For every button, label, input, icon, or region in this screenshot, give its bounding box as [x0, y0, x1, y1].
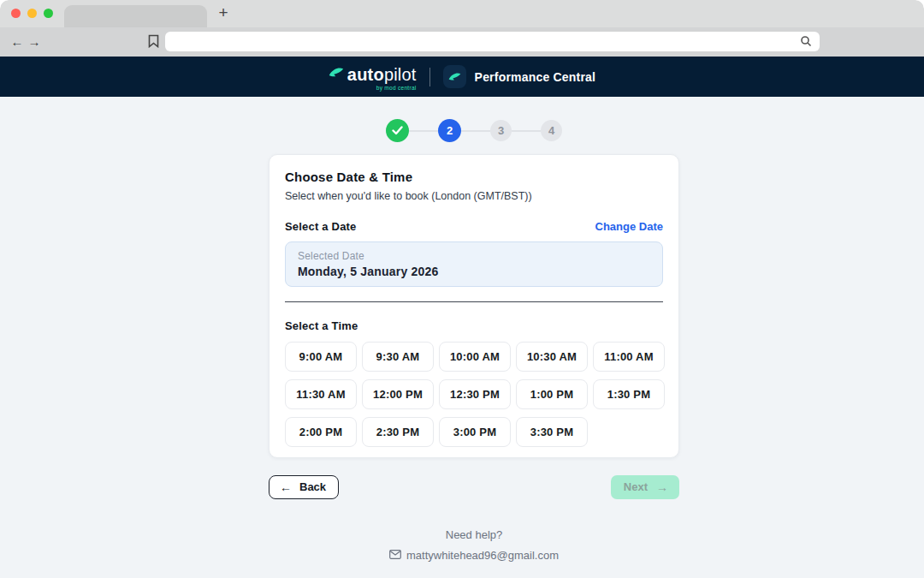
next-button[interactable]: Next → [611, 475, 679, 499]
time-section-header: Select a Time [285, 319, 663, 332]
time-slot-button[interactable]: 10:00 AM [439, 342, 511, 372]
time-slot-button[interactable]: 10:30 AM [516, 342, 588, 372]
forward-nav-button[interactable]: → [26, 33, 43, 51]
step-2-circle: 2 [438, 119, 461, 142]
need-help-text: Need help? [269, 528, 679, 541]
time-slot-button[interactable]: 9:00 AM [285, 342, 357, 372]
select-date-label: Select a Date [285, 220, 357, 233]
change-date-link[interactable]: Change Date [595, 220, 663, 233]
date-section-header: Select a Date Change Date [285, 220, 663, 233]
autopilot-swoosh-icon [329, 67, 344, 82]
time-slot-button[interactable]: 12:00 PM [362, 379, 434, 409]
address-bar[interactable] [165, 32, 820, 51]
help-footer: Need help? mattywhitehead96@gmail.com [269, 528, 679, 562]
brand-area: autopilot by mod central Performance Cen… [329, 65, 595, 88]
section-divider [285, 301, 663, 302]
app-name: Performance Central [475, 70, 596, 84]
brand-name-light: pilot [384, 65, 417, 84]
step-3-circle: 3 [490, 120, 512, 141]
next-button-label: Next [624, 480, 648, 493]
time-slot-button[interactable]: 2:30 PM [362, 417, 434, 447]
help-email[interactable]: mattywhitehead96@gmail.com [406, 549, 559, 562]
select-time-label: Select a Time [285, 319, 358, 332]
window-controls [11, 9, 53, 18]
header-divider [429, 68, 430, 86]
time-slot-button[interactable]: 3:30 PM [516, 417, 588, 447]
step-1-circle [386, 119, 409, 142]
help-email-row: mattywhitehead96@gmail.com [269, 549, 679, 562]
time-slot-button[interactable]: 11:00 AM [593, 342, 665, 372]
minimize-window-button[interactable] [27, 9, 37, 18]
step-connector [512, 130, 541, 132]
back-button[interactable]: ← Back [269, 475, 339, 499]
browser-window: + ← → autopilot by mod central [0, 0, 924, 578]
card-title: Choose Date & Time [285, 170, 663, 184]
browser-toolbar: ← → [0, 27, 924, 57]
step-connector [409, 130, 438, 132]
brand-name: autopilot [347, 66, 417, 83]
time-slot-button[interactable]: 12:30 PM [439, 379, 511, 409]
search-icon[interactable] [800, 35, 812, 51]
brand-name-bold: auto [347, 65, 384, 84]
performance-central-icon [443, 65, 466, 88]
url-input[interactable] [174, 32, 773, 51]
back-button-label: Back [299, 480, 326, 493]
back-arrow-icon: ← [280, 481, 292, 493]
new-tab-button[interactable]: + [214, 3, 233, 23]
step-indicator: 234 [269, 119, 679, 142]
selected-date-label: Selected Date [298, 250, 650, 262]
site-header: autopilot by mod central Performance Cen… [0, 57, 924, 97]
time-slot-button[interactable]: 1:30 PM [593, 379, 665, 409]
time-slot-button[interactable]: 3:00 PM [439, 417, 511, 447]
next-arrow-icon: → [656, 481, 668, 493]
browser-tab-strip: + [0, 0, 924, 27]
step-connector [461, 130, 490, 132]
brand-byline: by mod central [376, 85, 417, 91]
booking-card: Choose Date & Time Select when you'd lik… [269, 154, 679, 458]
maximize-window-button[interactable] [44, 9, 53, 18]
back-nav-button[interactable]: ← [9, 33, 26, 51]
time-slot-button[interactable]: 9:30 AM [362, 342, 434, 372]
wizard-actions: ← Back Next → [269, 475, 679, 499]
browser-tab[interactable] [64, 5, 207, 27]
time-slot-button[interactable]: 11:30 AM [285, 379, 357, 409]
card-subtitle: Select when you'd like to book (London (… [285, 190, 663, 202]
time-slot-grid: 9:00 AM9:30 AM10:00 AM10:30 AM11:00 AM11… [285, 342, 663, 447]
page-body: 234 Choose Date & Time Select when you'd… [0, 97, 924, 578]
step-4-circle: 4 [541, 120, 562, 141]
time-slot-button[interactable]: 1:00 PM [516, 379, 588, 409]
time-slot-button[interactable]: 2:00 PM [285, 417, 357, 447]
selected-date-box[interactable]: Selected Date Monday, 5 January 2026 [285, 241, 663, 287]
autopilot-logo: autopilot by mod central [329, 66, 417, 88]
check-icon [392, 126, 403, 135]
envelope-icon [389, 549, 401, 562]
selected-date-value: Monday, 5 January 2026 [298, 265, 650, 278]
close-window-button[interactable] [11, 9, 21, 18]
bookmark-icon[interactable] [148, 34, 159, 51]
